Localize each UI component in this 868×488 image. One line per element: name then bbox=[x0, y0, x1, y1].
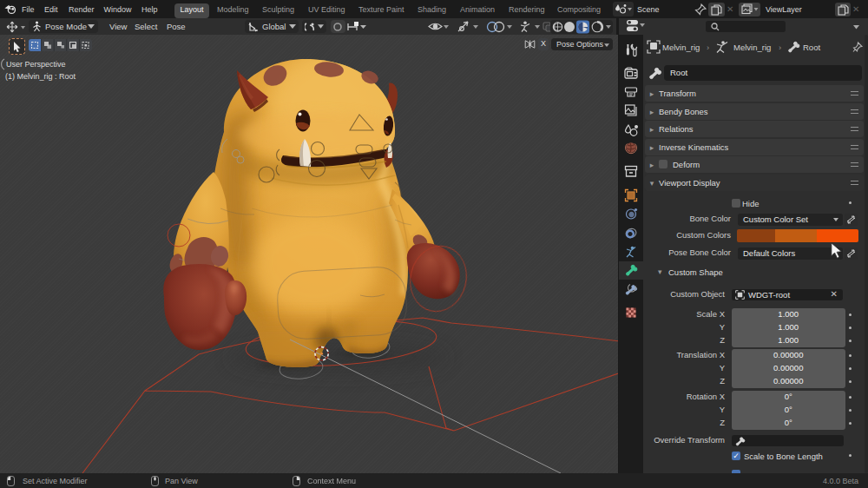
svg-text:›: › bbox=[707, 43, 709, 52]
svg-text:Melvin_rig: Melvin_rig bbox=[733, 43, 771, 52]
svg-text:Melvin_rig: Melvin_rig bbox=[662, 43, 700, 52]
svg-text:Root: Root bbox=[803, 43, 820, 52]
svg-text:›: › bbox=[779, 43, 781, 52]
